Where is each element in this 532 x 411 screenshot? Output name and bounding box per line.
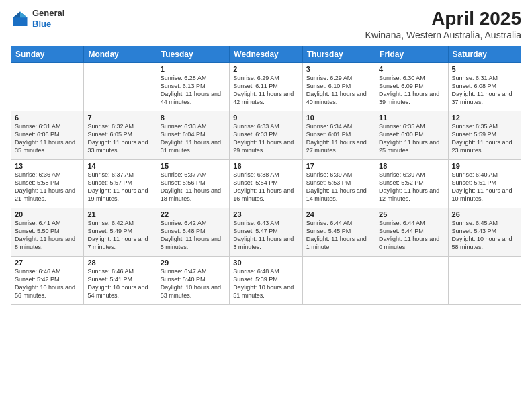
day-info: Sunrise: 6:29 AM Sunset: 6:11 PM Dayligh…: [233, 74, 298, 107]
calendar: SundayMondayTuesdayWednesdayThursdayFrid…: [11, 46, 521, 305]
day-info: Sunrise: 6:45 AM Sunset: 5:43 PM Dayligh…: [452, 219, 517, 252]
calendar-cell: 2Sunrise: 6:29 AM Sunset: 6:11 PM Daylig…: [230, 63, 302, 111]
calendar-cell: 15Sunrise: 6:37 AM Sunset: 5:56 PM Dayli…: [157, 160, 229, 208]
logo-blue: Blue: [32, 19, 64, 30]
day-number: 27: [15, 259, 80, 267]
svg-marker-2: [13, 11, 21, 17]
day-number: 1: [161, 65, 226, 73]
day-number: 13: [15, 162, 80, 170]
calendar-cell: 23Sunrise: 6:43 AM Sunset: 5:47 PM Dayli…: [230, 208, 302, 257]
page-title: April 2025: [365, 8, 521, 30]
day-number: 20: [15, 210, 80, 218]
logo-icon: [11, 9, 30, 28]
day-number: 10: [306, 113, 371, 122]
calendar-cell: 16Sunrise: 6:38 AM Sunset: 5:54 PM Dayli…: [230, 160, 302, 208]
day-info: Sunrise: 6:36 AM Sunset: 5:58 PM Dayligh…: [15, 171, 80, 203]
day-info: Sunrise: 6:29 AM Sunset: 6:10 PM Dayligh…: [306, 74, 371, 107]
day-number: 16: [233, 162, 298, 170]
calendar-cell: 26Sunrise: 6:45 AM Sunset: 5:43 PM Dayli…: [448, 208, 521, 257]
calendar-cell: 9Sunrise: 6:33 AM Sunset: 6:03 PM Daylig…: [230, 111, 302, 160]
header: General Blue April 2025 Kwinana, Western…: [11, 8, 521, 40]
calendar-cell: 3Sunrise: 6:29 AM Sunset: 6:10 PM Daylig…: [302, 63, 375, 111]
calendar-cell: [448, 257, 521, 305]
day-info: Sunrise: 6:34 AM Sunset: 6:01 PM Dayligh…: [306, 122, 371, 155]
weekday-header: Saturday: [448, 46, 521, 63]
day-number: 19: [452, 162, 517, 170]
day-number: 7: [87, 113, 152, 122]
calendar-cell: 1Sunrise: 6:28 AM Sunset: 6:13 PM Daylig…: [157, 63, 229, 111]
calendar-cell: 6Sunrise: 6:31 AM Sunset: 6:06 PM Daylig…: [11, 111, 84, 160]
calendar-cell: 29Sunrise: 6:47 AM Sunset: 5:40 PM Dayli…: [157, 257, 229, 305]
calendar-week-row: 13Sunrise: 6:36 AM Sunset: 5:58 PM Dayli…: [11, 160, 521, 208]
day-info: Sunrise: 6:46 AM Sunset: 5:41 PM Dayligh…: [87, 267, 152, 300]
day-number: 12: [452, 113, 517, 122]
day-number: 24: [306, 210, 371, 218]
calendar-cell: 8Sunrise: 6:33 AM Sunset: 6:04 PM Daylig…: [157, 111, 229, 160]
day-number: 28: [87, 259, 152, 267]
day-info: Sunrise: 6:32 AM Sunset: 6:05 PM Dayligh…: [87, 122, 152, 155]
calendar-cell: 13Sunrise: 6:36 AM Sunset: 5:58 PM Dayli…: [11, 160, 84, 208]
calendar-cell: 17Sunrise: 6:39 AM Sunset: 5:53 PM Dayli…: [302, 160, 375, 208]
calendar-cell: 21Sunrise: 6:42 AM Sunset: 5:49 PM Dayli…: [84, 208, 157, 257]
title-block: April 2025 Kwinana, Western Australia, A…: [365, 8, 521, 40]
calendar-cell: [11, 63, 84, 111]
calendar-week-row: 6Sunrise: 6:31 AM Sunset: 6:06 PM Daylig…: [11, 111, 521, 160]
day-info: Sunrise: 6:40 AM Sunset: 5:51 PM Dayligh…: [452, 171, 517, 203]
calendar-cell: 4Sunrise: 6:30 AM Sunset: 6:09 PM Daylig…: [375, 63, 448, 111]
day-number: 3: [306, 65, 371, 73]
logo: General Blue: [11, 8, 64, 29]
day-number: 9: [233, 113, 298, 122]
day-number: 23: [233, 210, 298, 218]
day-info: Sunrise: 6:33 AM Sunset: 6:04 PM Dayligh…: [161, 122, 226, 155]
weekday-header: Sunday: [11, 46, 84, 63]
page: General Blue April 2025 Kwinana, Western…: [0, 0, 532, 411]
calendar-cell: [302, 257, 375, 305]
day-info: Sunrise: 6:42 AM Sunset: 5:49 PM Dayligh…: [87, 219, 152, 252]
logo-general: General: [32, 8, 64, 19]
day-number: 14: [87, 162, 152, 170]
calendar-cell: [84, 63, 157, 111]
day-info: Sunrise: 6:44 AM Sunset: 5:44 PM Dayligh…: [379, 219, 444, 252]
day-number: 6: [15, 113, 80, 122]
day-info: Sunrise: 6:44 AM Sunset: 5:45 PM Dayligh…: [306, 219, 371, 252]
day-number: 8: [161, 113, 226, 122]
calendar-cell: 28Sunrise: 6:46 AM Sunset: 5:41 PM Dayli…: [84, 257, 157, 305]
calendar-cell: 12Sunrise: 6:35 AM Sunset: 5:59 PM Dayli…: [448, 111, 521, 160]
day-info: Sunrise: 6:47 AM Sunset: 5:40 PM Dayligh…: [161, 267, 226, 300]
calendar-week-row: 1Sunrise: 6:28 AM Sunset: 6:13 PM Daylig…: [11, 63, 521, 111]
logo-text: General Blue: [32, 8, 64, 29]
day-info: Sunrise: 6:39 AM Sunset: 5:52 PM Dayligh…: [379, 171, 444, 203]
day-info: Sunrise: 6:37 AM Sunset: 5:57 PM Dayligh…: [87, 171, 152, 203]
day-info: Sunrise: 6:39 AM Sunset: 5:53 PM Dayligh…: [306, 171, 371, 203]
day-info: Sunrise: 6:33 AM Sunset: 6:03 PM Dayligh…: [233, 122, 298, 155]
day-info: Sunrise: 6:31 AM Sunset: 6:08 PM Dayligh…: [452, 74, 517, 107]
weekday-header: Tuesday: [157, 46, 229, 63]
weekday-header-row: SundayMondayTuesdayWednesdayThursdayFrid…: [11, 46, 521, 63]
calendar-week-row: 20Sunrise: 6:41 AM Sunset: 5:50 PM Dayli…: [11, 208, 521, 257]
weekday-header: Friday: [375, 46, 448, 63]
calendar-cell: 24Sunrise: 6:44 AM Sunset: 5:45 PM Dayli…: [302, 208, 375, 257]
calendar-cell: 20Sunrise: 6:41 AM Sunset: 5:50 PM Dayli…: [11, 208, 84, 257]
calendar-cell: 5Sunrise: 6:31 AM Sunset: 6:08 PM Daylig…: [448, 63, 521, 111]
calendar-cell: [375, 257, 448, 305]
day-number: 26: [452, 210, 517, 218]
day-info: Sunrise: 6:30 AM Sunset: 6:09 PM Dayligh…: [379, 74, 444, 107]
calendar-cell: 19Sunrise: 6:40 AM Sunset: 5:51 PM Dayli…: [448, 160, 521, 208]
day-info: Sunrise: 6:28 AM Sunset: 6:13 PM Dayligh…: [161, 74, 226, 107]
calendar-cell: 11Sunrise: 6:35 AM Sunset: 6:00 PM Dayli…: [375, 111, 448, 160]
day-number: 11: [379, 113, 444, 122]
calendar-cell: 27Sunrise: 6:46 AM Sunset: 5:42 PM Dayli…: [11, 257, 84, 305]
day-info: Sunrise: 6:31 AM Sunset: 6:06 PM Dayligh…: [15, 122, 80, 155]
day-number: 17: [306, 162, 371, 170]
day-number: 5: [452, 65, 517, 73]
calendar-week-row: 27Sunrise: 6:46 AM Sunset: 5:42 PM Dayli…: [11, 257, 521, 305]
calendar-cell: 10Sunrise: 6:34 AM Sunset: 6:01 PM Dayli…: [302, 111, 375, 160]
weekday-header: Wednesday: [230, 46, 302, 63]
calendar-cell: 7Sunrise: 6:32 AM Sunset: 6:05 PM Daylig…: [84, 111, 157, 160]
day-number: 18: [379, 162, 444, 170]
day-info: Sunrise: 6:46 AM Sunset: 5:42 PM Dayligh…: [15, 267, 80, 300]
calendar-cell: 18Sunrise: 6:39 AM Sunset: 5:52 PM Dayli…: [375, 160, 448, 208]
day-info: Sunrise: 6:35 AM Sunset: 5:59 PM Dayligh…: [452, 122, 517, 155]
weekday-header: Monday: [84, 46, 157, 63]
day-info: Sunrise: 6:41 AM Sunset: 5:50 PM Dayligh…: [15, 219, 80, 252]
